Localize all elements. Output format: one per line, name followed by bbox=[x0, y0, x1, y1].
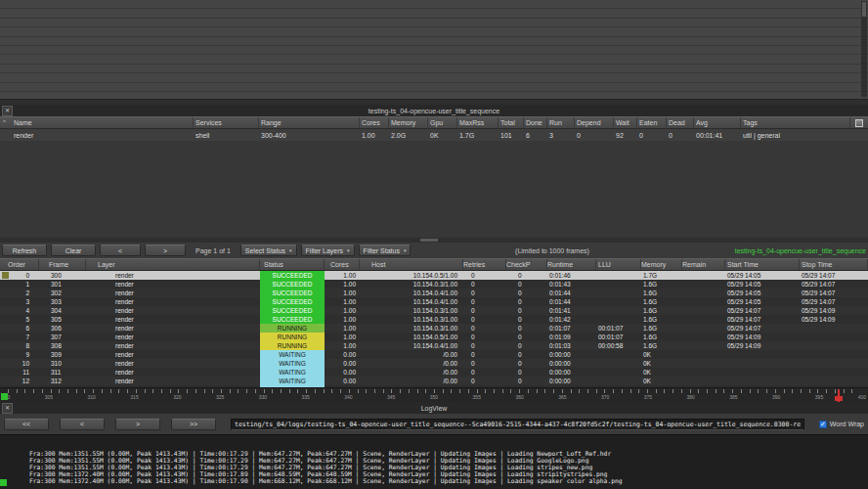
frame-column-header-stop-time[interactable]: Stop Time bbox=[800, 259, 868, 270]
frame-column-header-order[interactable]: Order bbox=[0, 259, 39, 270]
word-wrap-label: Word Wrap bbox=[830, 421, 864, 427]
job-column-header-total[interactable]: Total bbox=[499, 117, 524, 128]
frame-cell-stop-time bbox=[800, 324, 868, 333]
job-column-header-depend[interactable]: Depend bbox=[575, 117, 614, 128]
log-text-area[interactable]: Fra:300 Mem:1351.55M (0.00M, Peak 1413.4… bbox=[0, 434, 868, 489]
job-column-header-wait[interactable]: Wait bbox=[614, 117, 637, 128]
word-wrap-checkbox[interactable]: ✓ Word Wrap bbox=[819, 421, 864, 428]
next-page-button[interactable]: > bbox=[145, 244, 186, 256]
frame-column-header-checkp[interactable]: CheckP bbox=[506, 259, 547, 270]
frame-column-header-memory[interactable]: Memory bbox=[641, 259, 682, 270]
frame-cell-host: 10.154.0.5/1.00 bbox=[360, 333, 463, 341]
frame-cell-remain bbox=[682, 315, 725, 324]
frame-column-header-status[interactable]: Status bbox=[260, 259, 325, 270]
log-last-button[interactable]: >> bbox=[171, 419, 216, 430]
frame-cell-retries: 0 bbox=[463, 289, 506, 297]
frame-row[interactable]: 8308renderRUNNING1.0010.154.0.4/1.00000:… bbox=[0, 341, 868, 350]
job-column-header-services[interactable]: Services bbox=[194, 117, 259, 128]
frame-row[interactable]: 12312renderWAITING0.00/0.00000:00:000K bbox=[0, 377, 868, 385]
refresh-button[interactable]: Refresh bbox=[2, 244, 47, 256]
job-cell-depend: 0 bbox=[575, 129, 614, 141]
job-panel-titlebar: ✕ testing-ts_04-opencue-user_title_seque… bbox=[0, 105, 868, 116]
frame-row[interactable]: 4304renderSUCCEEDED1.0010.154.0.3/1.0000… bbox=[0, 306, 868, 315]
job-column-header-run[interactable]: Run bbox=[547, 117, 575, 128]
frame-cell-status: RUNNING bbox=[260, 324, 325, 333]
job-column-header-memory[interactable]: Memory bbox=[389, 117, 428, 128]
chevron-down-icon: ▾ bbox=[289, 247, 292, 253]
timeline-start-marker[interactable] bbox=[1, 393, 8, 400]
frame-cell-start-time: 05/29 14:07 bbox=[725, 315, 800, 324]
frame-cell-host: 10.154.0.4/1.00 bbox=[360, 289, 463, 297]
close-icon[interactable]: ✕ bbox=[2, 403, 13, 414]
frame-cell-host: /0.00 bbox=[360, 377, 463, 385]
close-icon[interactable]: ✕ bbox=[2, 106, 13, 116]
prev-page-button[interactable]: < bbox=[100, 244, 141, 256]
frame-row[interactable]: 9309renderWAITING0.00/0.00000:00:000K bbox=[0, 350, 868, 359]
job-column-header-tags[interactable]: Tags bbox=[741, 117, 850, 128]
job-column-header-cores[interactable]: Cores bbox=[360, 117, 389, 128]
frame-cell-checkp: 0 bbox=[506, 297, 547, 306]
frame-row[interactable]: 6306renderRUNNING1.0010.154.0.3/1.00000:… bbox=[0, 324, 868, 333]
filter-status-dropdown[interactable]: Filter Status ▾ bbox=[359, 244, 412, 256]
filter-layers-dropdown[interactable]: Filter Layers ▾ bbox=[301, 244, 355, 256]
frame-cell-retries: 0 bbox=[463, 271, 506, 280]
frame-cell-cores: 1.00 bbox=[325, 297, 360, 306]
frame-column-header-layer[interactable]: Layer bbox=[86, 259, 260, 270]
frame-row[interactable]: 7307renderRUNNING1.0010.154.0.5/1.00000:… bbox=[0, 333, 868, 341]
frame-cell-order: 3 bbox=[0, 297, 39, 306]
log-path-input[interactable] bbox=[231, 419, 804, 430]
log-first-button[interactable]: << bbox=[4, 419, 49, 430]
job-column-header-maxrss[interactable]: MaxRss bbox=[457, 117, 499, 128]
log-next-button[interactable]: > bbox=[115, 419, 160, 430]
job-column-header-dead[interactable]: Dead bbox=[667, 117, 694, 128]
job-column-header-avg[interactable]: Avg bbox=[694, 117, 741, 128]
frame-row[interactable]: 2302renderSUCCEEDED1.0010.154.0.4/1.0000… bbox=[0, 289, 868, 297]
frame-cell-layer: render bbox=[86, 306, 260, 315]
job-monitor-scrollbar[interactable] bbox=[861, 1, 867, 97]
timeline-cursor-handle[interactable] bbox=[835, 396, 843, 401]
scrollbar-thumb[interactable] bbox=[420, 239, 438, 242]
log-position-indicator bbox=[0, 479, 7, 486]
frame-cell-start-time: 05/29 14:09 bbox=[725, 333, 800, 341]
frame-column-header-frame[interactable]: Frame bbox=[39, 259, 86, 270]
clear-button[interactable]: Clear bbox=[51, 244, 96, 256]
job-column-header-name[interactable]: Name bbox=[0, 117, 194, 128]
frame-cell-cores: 0.00 bbox=[325, 350, 360, 359]
frame-row[interactable]: 3303renderSUCCEEDED1.0010.154.0.4/1.0000… bbox=[0, 297, 868, 306]
frame-column-header-cores[interactable]: Cores bbox=[325, 259, 360, 270]
job-row[interactable]: rendershell300-4001.002.0G0K1.7G10163092… bbox=[0, 129, 868, 141]
job-column-header-gpu[interactable]: Gpu bbox=[428, 117, 457, 128]
job-column-header-done[interactable]: Done bbox=[524, 117, 547, 128]
frame-column-header-host[interactable]: Host bbox=[360, 259, 463, 270]
column-config-cell[interactable] bbox=[850, 117, 868, 128]
job-column-header-eaten[interactable]: Eaten bbox=[637, 117, 667, 128]
frame-row[interactable]: 0300renderSUCCEEDED1.0010.154.0.5/1.0000… bbox=[0, 271, 868, 280]
frame-column-header-retries[interactable]: Retries bbox=[463, 259, 506, 270]
select-status-dropdown[interactable]: Select Status ▾ bbox=[240, 244, 297, 256]
frame-row[interactable]: 10310renderWAITING0.00/0.00000:00:000K bbox=[0, 359, 868, 368]
job-column-header-range[interactable]: Range bbox=[259, 117, 360, 128]
logview-titlebar: ✕ LogView bbox=[0, 402, 868, 414]
frame-row[interactable]: 11311renderWAITING0.00/0.00000:00:000K bbox=[0, 368, 868, 377]
scrollbar-thumb[interactable] bbox=[862, 2, 866, 17]
frame-column-header-start-time[interactable]: Start Time bbox=[725, 259, 800, 270]
frame-cell-remain bbox=[682, 271, 725, 280]
timeline-tick-label: 395 bbox=[815, 394, 823, 400]
frame-cell-start-time: 05/29 14:07 bbox=[725, 306, 800, 315]
frame-cell-order: 2 bbox=[0, 289, 39, 297]
frame-column-header-runtime[interactable]: Runtime bbox=[547, 259, 596, 270]
frame-cell-frame: 300 bbox=[39, 271, 86, 280]
frame-timeline[interactable]: 3003053103153203253303353403453503553603… bbox=[0, 387, 868, 402]
frame-column-header-remain[interactable]: Remain bbox=[682, 259, 725, 270]
frame-row[interactable]: 1301renderSUCCEEDED1.0010.154.0.3/1.0000… bbox=[0, 280, 868, 289]
frame-cell-remain bbox=[682, 350, 725, 359]
job-cell-services: shell bbox=[194, 129, 259, 141]
log-prev-button[interactable]: < bbox=[60, 419, 105, 430]
frame-cell-runtime: 0:00:00 bbox=[547, 350, 596, 359]
frame-cell-status: SUCCEEDED bbox=[260, 306, 325, 315]
frame-row[interactable]: 5305renderSUCCEEDED1.0010.154.0.3/1.0000… bbox=[0, 315, 868, 324]
frame-cell-cores: 1.00 bbox=[325, 289, 360, 297]
frame-cell-layer: render bbox=[86, 315, 260, 324]
frame-cell-layer: render bbox=[86, 341, 260, 350]
frame-column-header-llu[interactable]: LLU bbox=[596, 259, 641, 270]
